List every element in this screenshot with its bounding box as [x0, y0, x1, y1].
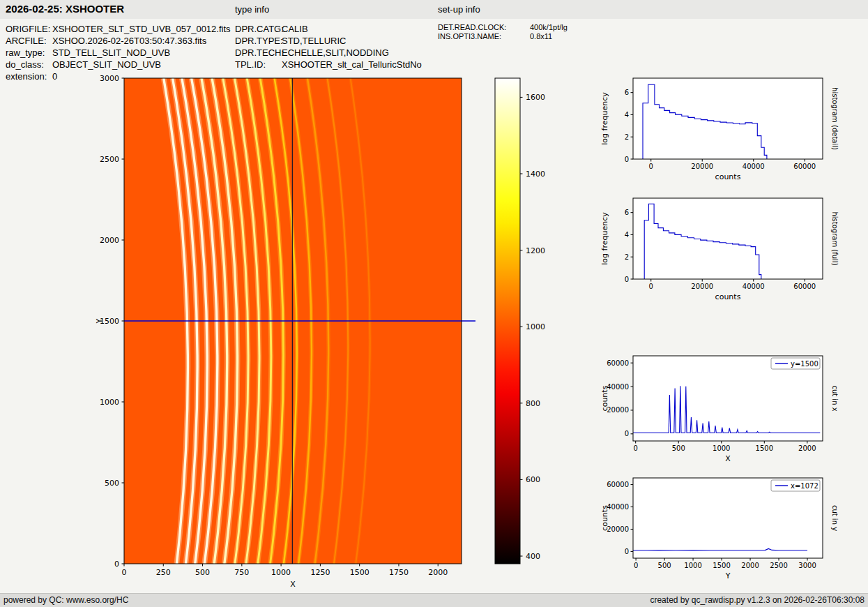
colorbar-gradient [495, 78, 520, 564]
svg-text:250: 250 [156, 568, 171, 577]
svg-text:1400: 1400 [526, 170, 545, 179]
rawtype-label: raw_type: [6, 47, 52, 59]
dprtech-label: DPR.TECH: [235, 47, 282, 59]
origfile-label: ORIGFILE: [6, 23, 52, 35]
colorbar: 4006008001000120014001600 [492, 73, 569, 595]
svg-text:3000: 3000 [798, 562, 816, 569]
svg-text:20000: 20000 [691, 283, 713, 290]
svg-text:3000: 3000 [100, 74, 119, 83]
dprcatg-value: CALIB [282, 23, 308, 35]
info-row-dprtech: DPR.TECH: ECHELLE,SLIT,NODDING [235, 47, 422, 59]
info-row-tplid: TPL.ID: XSHOOTER_slt_cal_TelluricStdNo [235, 59, 422, 70]
dprcatg-label: DPR.CATG: [235, 23, 282, 35]
setup-info-block: DET.READ.CLOCK: 400k/1pt/lg INS.OPTI3.NA… [438, 23, 568, 41]
raw-image-svg: 0250500750100012501500175020000500100015… [91, 73, 475, 595]
svg-text:60000: 60000 [793, 163, 816, 170]
histogram-detail-plot: 02000040000600000246countslog frequencyh… [598, 73, 849, 193]
svg-text:2000: 2000 [428, 568, 448, 577]
svg-text:1000: 1000 [684, 562, 701, 569]
svg-text:0: 0 [634, 562, 638, 569]
info-row-opti3name: INS.OPTI3.NAME: 0.8x11 [438, 32, 568, 41]
svg-text:1000: 1000 [271, 568, 291, 577]
svg-text:40000: 40000 [743, 283, 765, 290]
rawtype-value: STD_TELL_SLIT_NOD_UVB [52, 47, 170, 59]
footer-right-text: created by qc_rawdisp.py v1.2.3 on 2026-… [646, 594, 868, 607]
qc-report-page: 2026-02-25: XSHOOTER type info set-up in… [0, 0, 868, 607]
svg-text:60000: 60000 [793, 283, 816, 290]
dprtype-value: STD,TELLURIC [282, 35, 346, 47]
footer-bar: powered by QC: www.eso.org/HC created by… [0, 593, 868, 607]
doclass-value: OBJECT_SLIT_NOD_UVB [52, 59, 161, 70]
svg-text:histogram (full): histogram (full) [831, 211, 839, 265]
tplid-label: TPL.ID: [235, 59, 282, 70]
setup-info-heading: set-up info [438, 4, 480, 15]
histogram_full-svg: 02000040000600000246countslog frequencyh… [598, 193, 849, 313]
svg-text:4: 4 [625, 231, 629, 239]
readclock-label: DET.READ.CLOCK: [438, 23, 530, 32]
svg-text:6: 6 [625, 89, 629, 96]
opti3name-label: INS.OPTI3.NAME: [438, 32, 530, 41]
svg-text:40000: 40000 [743, 163, 765, 170]
svg-text:60000: 60000 [607, 481, 629, 488]
svg-text:x=1072: x=1072 [791, 482, 818, 490]
svg-text:600: 600 [526, 475, 540, 484]
cut-in-x-plot: 05001000150020000200004000060000Xcountsc… [598, 350, 849, 476]
figure-area: 0250500750100012501500175020000500100015… [0, 70, 868, 594]
svg-text:Y: Y [725, 571, 731, 580]
svg-text:0: 0 [122, 568, 127, 577]
tplid-value: XSHOOTER_slt_cal_TelluricStdNo [282, 59, 422, 70]
info-row-dprcatg: DPR.CATG: CALIB [235, 23, 422, 35]
svg-text:1500: 1500 [350, 568, 370, 577]
svg-text:1000: 1000 [713, 444, 730, 452]
svg-text:0: 0 [634, 444, 638, 452]
svg-text:X: X [290, 580, 296, 589]
svg-text:0: 0 [649, 163, 653, 170]
svg-text:2000: 2000 [741, 562, 759, 569]
svg-text:counts: counts [715, 292, 741, 301]
svg-text:1500: 1500 [756, 444, 773, 452]
header-bar: 2026-02-25: XSHOOTER type info set-up in… [0, 0, 868, 19]
svg-text:Y: Y [95, 318, 104, 324]
svg-text:1500: 1500 [713, 562, 730, 569]
histogram-full-plot: 02000040000600000246countslog frequencyh… [598, 193, 849, 313]
svg-text:2: 2 [625, 253, 629, 261]
info-row-readclock: DET.READ.CLOCK: 400k/1pt/lg [438, 23, 568, 32]
origfile-value: XSHOOTER_SLT_STD_UVB_057_0012.fits [52, 23, 231, 35]
svg-text:2500: 2500 [770, 562, 787, 569]
svg-text:2000: 2000 [100, 236, 119, 245]
opti3name-value: 0.8x11 [530, 32, 552, 41]
svg-text:cut in x: cut in x [831, 385, 839, 411]
svg-text:0: 0 [625, 276, 629, 283]
svg-text:X: X [725, 454, 731, 463]
svg-text:0: 0 [625, 430, 629, 437]
svg-text:20000: 20000 [607, 406, 629, 414]
page-title: 2026-02-25: XSHOOTER [6, 3, 124, 15]
svg-text:60000: 60000 [607, 359, 629, 367]
raw-image-plot: 0250500750100012501500175020000500100015… [91, 73, 475, 595]
type-info-heading: type info [235, 4, 269, 15]
cut_in_x-svg: 05001000150020000200004000060000Xcountsc… [598, 350, 849, 476]
svg-text:750: 750 [234, 568, 249, 577]
svg-text:1000: 1000 [100, 398, 119, 407]
info-row-doclass: do_class: OBJECT_SLIT_NOD_UVB [6, 59, 231, 70]
svg-text:500: 500 [672, 444, 685, 452]
svg-text:500: 500 [195, 568, 210, 577]
svg-text:1750: 1750 [389, 568, 409, 577]
info-row-arcfile: ARCFILE: XSHOO.2026-02-26T03:50:47.363.f… [6, 35, 231, 47]
svg-text:2: 2 [625, 133, 629, 141]
svg-text:2500: 2500 [100, 155, 119, 164]
svg-text:0: 0 [625, 156, 629, 163]
info-row-rawtype: raw_type: STD_TELL_SLIT_NOD_UVB [6, 47, 231, 59]
dprtech-value: ECHELLE,SLIT,NODDING [282, 47, 389, 59]
colorbar-svg: 4006008001000120014001600 [492, 73, 569, 595]
readclock-value: 400k/1pt/lg [530, 23, 568, 32]
svg-text:4: 4 [625, 111, 629, 119]
doclass-label: do_class: [6, 59, 52, 70]
svg-text:y=1500: y=1500 [791, 360, 818, 368]
info-row-dprtype: DPR.TYPE: STD,TELLURIC [235, 35, 422, 47]
svg-text:6: 6 [625, 209, 629, 216]
svg-text:1250: 1250 [310, 568, 330, 577]
svg-text:20000: 20000 [691, 163, 713, 170]
svg-text:counts: counts [600, 505, 609, 531]
svg-text:800: 800 [526, 399, 540, 408]
